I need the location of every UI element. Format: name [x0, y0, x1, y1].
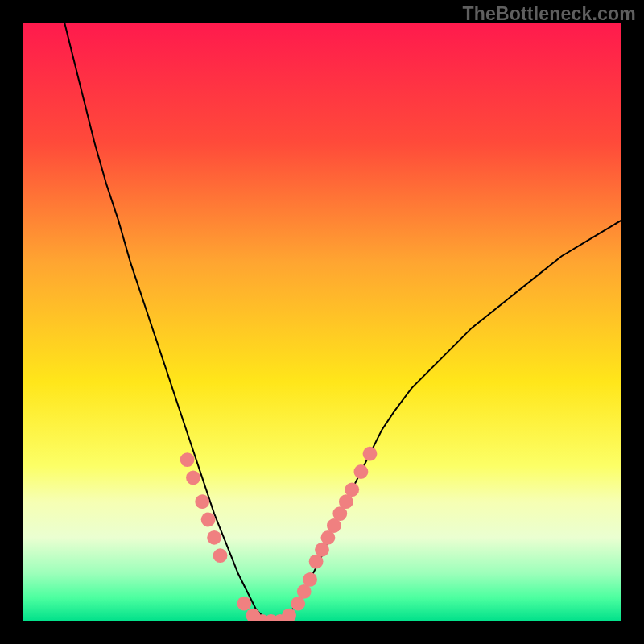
marker-dot [195, 494, 209, 509]
marker-dot [213, 548, 228, 563]
bottleneck-chart [23, 23, 621, 621]
marker-dot [186, 471, 200, 485]
marker-dot [207, 530, 221, 545]
marker-dot [237, 597, 251, 611]
marker-dot [201, 513, 216, 527]
marker-dot [363, 447, 378, 461]
marker-dot [180, 452, 195, 467]
gradient-background [23, 23, 621, 621]
chart-frame [23, 23, 621, 621]
marker-dot [303, 572, 317, 587]
attribution-text: TheBottleneck.com [462, 3, 636, 25]
marker-dot [345, 482, 359, 497]
marker-dot [354, 464, 369, 479]
